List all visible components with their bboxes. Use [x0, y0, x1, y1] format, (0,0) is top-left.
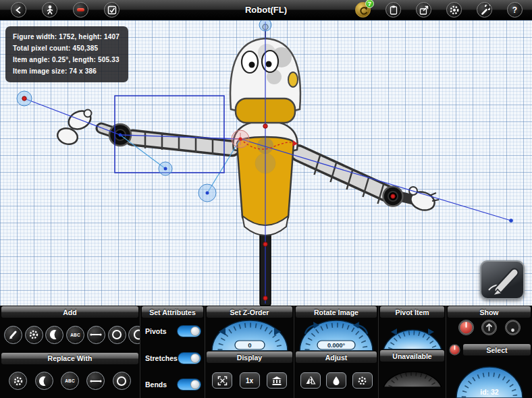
flip-button[interactable]	[300, 372, 321, 389]
tools-button[interactable]	[477, 2, 492, 18]
gear-shape-icon	[13, 376, 24, 387]
info-pixel-count: Total pixel count: 450,385	[13, 42, 119, 54]
back-button[interactable]	[11, 2, 26, 18]
add-circle-button[interactable]	[108, 326, 126, 344]
unavailable-gauge	[379, 362, 446, 387]
clipboard-button[interactable]	[385, 2, 401, 18]
rotate-value: 0.000°	[327, 342, 346, 349]
draw-tool-button[interactable]	[480, 260, 525, 300]
toggle-knob	[190, 380, 200, 389]
fit-screen-button[interactable]	[212, 372, 232, 389]
delete-button[interactable]	[73, 2, 88, 18]
replace-line-button[interactable]	[86, 372, 105, 390]
bends-toggle[interactable]	[177, 378, 201, 391]
stage-button[interactable]	[267, 372, 287, 389]
app-window: Robot(FL) 7	[0, 0, 532, 398]
set-zorder-header: Set Z-Order	[207, 306, 292, 318]
abc-label: ABC	[65, 378, 75, 383]
undo-count-badge: 7	[365, 0, 374, 8]
pivot-item-header: Pivot Item	[380, 306, 444, 318]
drawing-canvas[interactable]: Figure width: 1752, height: 1407 Total p…	[0, 20, 532, 306]
zorder-gauge[interactable]: 0	[205, 318, 294, 351]
show-points-dial[interactable]	[505, 320, 521, 335]
dot-dial-icon	[506, 320, 520, 335]
replace-with-header: Replace With	[1, 353, 138, 364]
circle-icon	[111, 329, 122, 340]
info-item-angle: Item angle: 0.25°, length: 505.33	[13, 54, 119, 65]
add-arc-button[interactable]	[128, 326, 140, 344]
help-button[interactable]: ?	[507, 2, 523, 18]
wrench-icon	[479, 5, 490, 16]
arrow-dial-icon	[482, 320, 496, 335]
adjust-header: Adjust	[296, 351, 377, 363]
rig-handle[interactable]	[259, 20, 271, 31]
checkbox-icon	[107, 5, 117, 16]
pivots-toggle[interactable]	[177, 325, 201, 337]
pivot-item-column: Pivot Item Unavailable	[378, 306, 446, 398]
show-dial-row	[446, 318, 532, 336]
red-dial-icon	[459, 320, 473, 335]
line-icon	[90, 331, 102, 338]
window-title: Robot(FL)	[245, 5, 287, 15]
replace-text-button[interactable]: ABC	[61, 372, 79, 390]
robot-left-hand	[56, 107, 94, 146]
set-attributes-header: Set Attributes	[142, 306, 203, 318]
ink-button[interactable]	[326, 372, 346, 389]
set-attributes-column: Set Attributes Pivots Stretches Bends	[140, 306, 205, 398]
circle-icon	[116, 376, 127, 387]
zorder-column: Set Z-Order 0 Display	[205, 306, 294, 398]
toolbar-right-group: 7	[355, 2, 523, 18]
ink-drop-icon	[331, 376, 341, 386]
toggle-knob	[190, 326, 200, 336]
export-button[interactable]	[416, 2, 431, 18]
gear-shape-icon	[28, 329, 39, 340]
add-draw-button[interactable]	[4, 326, 22, 344]
select-dial-icon[interactable]	[449, 344, 460, 356]
rotate-gauge[interactable]: 0.000°	[294, 318, 378, 351]
add-crescent-button[interactable]	[45, 326, 63, 344]
crescent-icon	[49, 329, 60, 340]
abc-label: ABC	[70, 333, 80, 337]
figure-preview-button[interactable]	[42, 2, 57, 18]
add-shape-button[interactable]	[25, 326, 43, 344]
replace-shape-button[interactable]	[9, 372, 27, 390]
walking-figure-icon	[45, 5, 55, 16]
settings-button[interactable]	[446, 2, 462, 18]
selected-id-value: id: 32	[480, 388, 499, 396]
select-header: Select	[463, 344, 531, 356]
bends-label: Bends	[145, 380, 167, 389]
rotate-image-header: Rotate Image	[296, 306, 377, 318]
clipboard-icon	[388, 5, 399, 16]
show-column: Show	[446, 306, 532, 398]
add-line-button[interactable]	[87, 326, 105, 344]
actual-size-button[interactable]: 1x	[240, 372, 260, 389]
pivots-toggle-row: Pivots	[140, 318, 205, 345]
share-icon	[419, 5, 429, 16]
checklist-button[interactable]	[104, 2, 119, 18]
show-pivots-dial[interactable]	[458, 320, 474, 335]
replace-button-row: ABC	[0, 364, 140, 398]
display-header: Display	[207, 351, 292, 363]
pencil-icon	[7, 329, 18, 340]
show-angles-dial[interactable]	[481, 320, 497, 335]
flip-horizontal-icon	[305, 376, 316, 385]
select-row: Select	[446, 344, 532, 356]
expand-icon	[217, 376, 228, 386]
toggle-knob	[190, 353, 200, 363]
pivot-gauge[interactable]	[379, 318, 446, 349]
adjust-button-row	[294, 363, 378, 398]
undo-button[interactable]: 7	[355, 2, 371, 18]
stretches-toggle-row: Stretches	[140, 345, 205, 372]
zorder-value: 0	[248, 341, 251, 349]
line-icon	[90, 378, 102, 385]
id-gauge[interactable]: id: 32	[446, 356, 532, 398]
control-panel: Add	[0, 306, 532, 398]
bends-toggle-row: Bends	[140, 371, 205, 398]
pencil-icon	[485, 264, 520, 295]
replace-crescent-button[interactable]	[35, 372, 53, 390]
stretches-toggle[interactable]	[178, 352, 201, 364]
add-text-button[interactable]: ABC	[66, 326, 84, 344]
adjust-settings-button[interactable]	[352, 372, 373, 389]
top-toolbar: Robot(FL) 7	[0, 0, 532, 20]
replace-circle-button[interactable]	[113, 372, 131, 390]
